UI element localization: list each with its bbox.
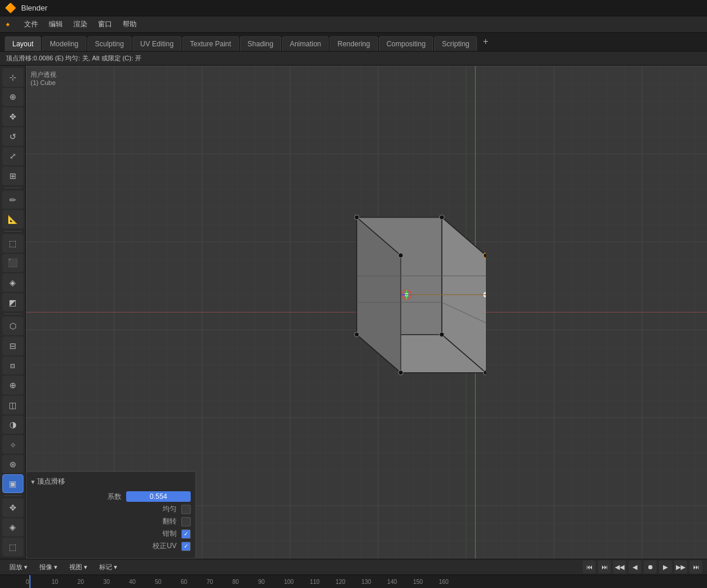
timeline-tick: 140	[387, 579, 397, 585]
left-toolbar: ⊹⊕✥↺⤢⊞✏📐⬚⬛◈◩⬡⊟⧈⊕◫◑⟐⊛▣✥◈⬚	[0, 66, 26, 559]
workspace-tab-shading[interactable]: Shading	[240, 36, 281, 51]
workspace-tab-layout[interactable]: Layout	[5, 36, 41, 51]
tool-inset[interactable]: ⊟	[2, 337, 23, 355]
timeline-tick: 100	[284, 579, 294, 585]
cube-object	[316, 211, 486, 436]
playback-btn-4[interactable]: ⏺	[644, 560, 657, 573]
workspace-tabs: LayoutModelingSculptingUV EditingTexture…	[0, 33, 707, 52]
tool-spin[interactable]: ⟐	[2, 435, 23, 454]
timeline-controls: 固放 ▾报像 ▾视图 ▾标记 ▾⏮⏭◀◀◀⏺▶▶▶⏭	[0, 559, 707, 575]
playback-btn-3[interactable]: ◀	[628, 560, 641, 573]
workspace-tab-scripting[interactable]: Scripting	[434, 36, 477, 51]
timeline-area: 固放 ▾报像 ▾视图 ▾标记 ▾⏮⏭◀◀◀⏺▶▶▶⏭ 0102030405060…	[0, 559, 707, 588]
tool-bevel[interactable]: ⧈	[2, 356, 23, 375]
menu-item-窗口[interactable]: 窗口	[93, 18, 117, 31]
tool-add-cylinder[interactable]: ◩	[2, 293, 23, 312]
tool-scale[interactable]: ⤢	[2, 147, 23, 166]
op-field-label: 翻转	[31, 516, 177, 526]
timeline-menu-标记[interactable]: 标记 ▾	[94, 561, 122, 573]
svg-point-15	[439, 215, 444, 219]
app-title: Blender	[21, 4, 48, 12]
op-field-label: 钳制	[31, 529, 177, 539]
tool-add-cube[interactable]: ⬚	[2, 234, 23, 253]
timeline-current-frame	[29, 575, 31, 588]
tool-annotate[interactable]: ✏	[2, 191, 23, 209]
tool-select-circle[interactable]: ⊕	[2, 88, 23, 107]
op-row-系数: 系数0.554	[31, 491, 191, 502]
op-field-checkbox[interactable]	[181, 505, 191, 514]
playback-btn-2[interactable]: ◀◀	[613, 560, 626, 573]
tool-knife[interactable]: ◫	[2, 396, 23, 414]
timeline-tick: 10	[52, 579, 58, 585]
tool-poly-build[interactable]: ◑	[2, 416, 23, 434]
svg-point-19	[439, 332, 444, 337]
tool-shear[interactable]: ◈	[2, 518, 23, 537]
op-collapse-icon[interactable]: ▾	[31, 478, 35, 486]
op-field-checkbox[interactable]: ✓	[181, 542, 191, 551]
timeline-tick: 160	[439, 579, 449, 585]
tool-select-box[interactable]: ⊹	[2, 68, 23, 87]
add-workspace-button[interactable]: +	[478, 33, 493, 50]
svg-point-17	[398, 253, 403, 257]
tool-add-shape[interactable]: ◈	[2, 273, 23, 292]
timeline-tick: 150	[413, 579, 423, 585]
playback-btn-1[interactable]: ⏭	[598, 560, 611, 573]
toolbar-separator	[4, 231, 22, 232]
menu-item-渲染[interactable]: 渲染	[69, 18, 92, 31]
op-field-checkbox[interactable]	[181, 517, 191, 526]
menu-item-编辑[interactable]: 编辑	[44, 18, 67, 31]
workspace-tab-uv-editing[interactable]: UV Editing	[133, 36, 181, 51]
viewport-view: 用户透视	[31, 70, 56, 79]
timeline-menu-固放[interactable]: 固放 ▾	[5, 561, 32, 573]
timeline-tick: 40	[129, 579, 136, 585]
timeline-ruler: 0102030405060708090100110120130140150160	[0, 575, 707, 588]
workspace-tab-rendering[interactable]: Rendering	[330, 36, 377, 51]
tool-loop-cut[interactable]: ⊕	[2, 376, 23, 395]
playback-btn-6[interactable]: ▶▶	[674, 560, 687, 573]
timeline-menu-视图[interactable]: 视图 ▾	[65, 561, 92, 573]
op-row-均匀: 均匀	[31, 504, 191, 514]
tool-move[interactable]: ✥	[2, 107, 23, 126]
tool-add-box[interactable]: ⬛	[2, 254, 23, 273]
op-field-checkbox[interactable]: ✓	[181, 529, 191, 539]
timeline-tick: 50	[155, 579, 161, 585]
workspace-tab-sculpting[interactable]: Sculpting	[87, 36, 131, 51]
timeline-tick: 30	[103, 579, 110, 585]
toolbar-separator	[4, 314, 22, 314]
op-field-label: 校正UV	[31, 541, 177, 551]
main-area: ⊹⊕✥↺⤢⊞✏📐⬚⬛◈◩⬡⊟⧈⊕◫◑⟐⊛▣✥◈⬚ 用户透视	[0, 66, 707, 559]
toolbar-separator	[4, 495, 22, 496]
op-title: 顶点滑移	[37, 477, 65, 487]
tool-transform[interactable]: ⊞	[2, 166, 23, 185]
tool-smooth-vertex[interactable]: ⊛	[2, 455, 23, 474]
svg-point-21	[398, 370, 403, 375]
menu-item-文件[interactable]: 文件	[19, 18, 43, 31]
timeline-tick: 130	[361, 579, 371, 585]
tool-to-sphere[interactable]: ⬚	[2, 538, 23, 556]
viewport[interactable]: 用户透视 (1) Cube	[26, 66, 707, 559]
tool-shrink-fatten[interactable]: ✥	[2, 498, 23, 517]
workspace-tab-texture-paint[interactable]: Texture Paint	[182, 36, 239, 51]
playback-btn-0[interactable]: ⏮	[583, 560, 596, 573]
tool-active-tool[interactable]: ▣	[2, 474, 23, 493]
workspace-tab-compositing[interactable]: Compositing	[379, 36, 434, 51]
op-row-钳制: 钳制✓	[31, 529, 191, 539]
blender-logo: 🔸	[2, 19, 13, 30]
toolbar-separator	[4, 188, 22, 188]
op-field-label: 均匀	[31, 504, 177, 514]
playback-btn-5[interactable]: ▶	[659, 560, 672, 573]
tool-measure[interactable]: 📐	[2, 210, 23, 229]
tool-rotate[interactable]: ↺	[2, 127, 23, 146]
op-field-value[interactable]: 0.554	[126, 491, 191, 502]
timeline-tick: 110	[310, 579, 320, 585]
svg-point-14	[354, 215, 359, 219]
tool-extrude[interactable]: ⬡	[2, 317, 23, 335]
workspace-tab-animation[interactable]: Animation	[282, 36, 329, 51]
op-header: ▾ 顶点滑移	[31, 477, 191, 487]
timeline-tick: 20	[77, 579, 84, 585]
title-bar: 🔶 Blender	[0, 0, 707, 16]
workspace-tab-modeling[interactable]: Modeling	[42, 36, 86, 51]
timeline-menu-报像[interactable]: 报像 ▾	[35, 561, 62, 573]
playback-btn-7[interactable]: ⏭	[689, 560, 702, 573]
menu-item-帮助[interactable]: 帮助	[118, 18, 141, 31]
